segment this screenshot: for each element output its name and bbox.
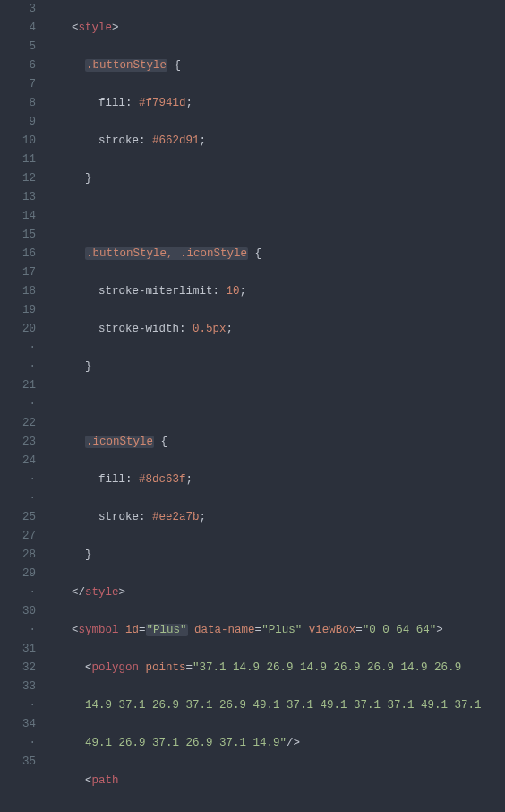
code-line[interactable] [45,395,505,414]
line-number: 23 [0,433,36,452]
code-line[interactable]: .buttonStyle, .iconStyle { [45,245,505,263]
line-number: 29 [0,565,36,583]
line-number: 24 [0,452,36,471]
line-number: 19 [0,301,36,320]
line-number: 7 [0,75,36,94]
line-number: 27 [0,527,36,546]
code-line[interactable]: } [45,546,505,565]
line-number: · [0,395,36,414]
line-number: 21 [0,376,36,395]
line-number: 31 [0,640,36,659]
code-line[interactable]: .buttonStyle { [45,56,505,75]
line-number: · [0,583,36,602]
line-number: 12 [0,169,36,188]
line-number-gutter: 3 4 5 6 7 8 9 10 11 12 13 14 15 16 17 18… [0,0,45,812]
line-number: 25 [0,508,36,527]
code-line[interactable]: 14.9 37.1 26.9 37.1 26.9 49.1 37.1 49.1 … [45,696,505,715]
line-number: 28 [0,546,36,565]
line-number: · [0,471,36,489]
code-line[interactable]: .iconStyle { [45,433,505,452]
line-number: 18 [0,282,36,301]
line-number: 16 [0,245,36,263]
line-number: · [0,489,36,508]
line-number: · [0,734,36,753]
line-number: 22 [0,414,36,433]
code-line[interactable]: stroke-miterlimit: 10; [45,282,505,301]
code-line[interactable]: stroke: #662d91; [45,132,505,151]
code-line[interactable] [45,207,505,226]
code-line[interactable]: stroke-width: 0.5px; [45,320,505,339]
code-editor[interactable]: 3 4 5 6 7 8 9 10 11 12 13 14 15 16 17 18… [0,0,505,812]
line-number: · [0,696,36,715]
line-number: 30 [0,602,36,621]
line-number: 3 [0,0,36,19]
line-number: 35 [0,753,36,772]
line-number: 13 [0,188,36,207]
line-number: · [0,358,36,376]
line-number: 11 [0,151,36,169]
line-number: 8 [0,94,36,113]
line-number: 4 [0,19,36,38]
line-number: 14 [0,207,36,226]
line-number: · [0,621,36,640]
code-line[interactable]: } [45,358,505,376]
line-number: 34 [0,715,36,734]
code-line[interactable]: } [45,169,505,188]
code-line[interactable]: <symbol id="Plus" data-name="Plus" viewB… [45,621,505,640]
line-number: 6 [0,56,36,75]
line-number: 17 [0,263,36,282]
code-area[interactable]: <style> .buttonStyle { fill: #f7941d; st… [45,0,505,812]
line-number: 33 [0,678,36,696]
code-line[interactable]: <polygon points="37.1 14.9 26.9 14.9 26.… [45,659,505,678]
code-line[interactable]: </style> [45,583,505,602]
code-line[interactable]: <path [45,772,505,790]
code-line[interactable]: fill: #f7941d; [45,94,505,113]
line-number: 9 [0,113,36,132]
code-line[interactable]: 49.1 26.9 37.1 26.9 37.1 14.9"/> [45,734,505,753]
line-number: 32 [0,659,36,678]
line-number: 5 [0,38,36,56]
line-number: · [0,339,36,358]
line-number: 10 [0,132,36,151]
line-number: 15 [0,226,36,245]
line-number: 20 [0,320,36,339]
code-line[interactable]: <style> [45,19,505,38]
code-line[interactable]: fill: #8dc63f; [45,471,505,489]
code-line[interactable]: stroke: #ee2a7b; [45,508,505,527]
